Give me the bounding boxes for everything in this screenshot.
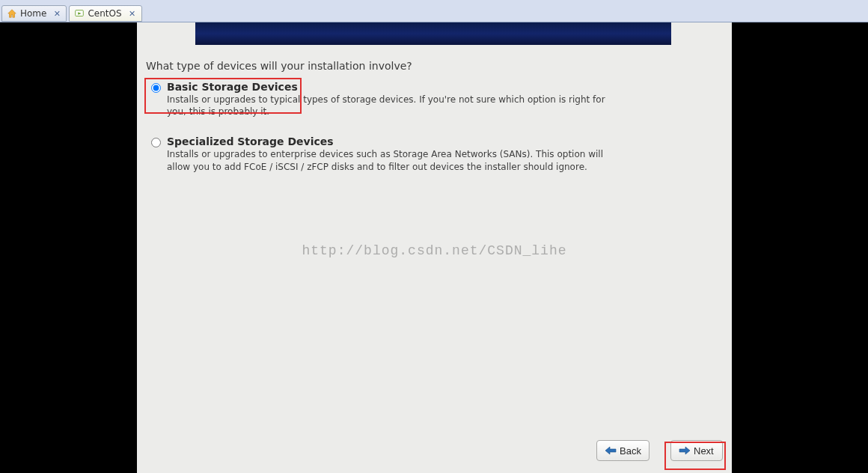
installer-main: What type of devices will your installat… <box>146 60 722 191</box>
option-specialized-title: Specialized Storage Devices <box>167 135 623 147</box>
tab-bar: Home ✕ CentOS ✕ <box>0 0 868 22</box>
option-specialized-desc: Installs or upgrades to enterprise devic… <box>167 148 623 172</box>
option-specialized-storage[interactable]: Specialized Storage Devices Installs or … <box>146 135 722 172</box>
installer-banner <box>195 22 671 45</box>
arrow-left-icon <box>605 446 617 455</box>
home-icon <box>7 8 17 19</box>
vm-icon <box>74 8 85 19</box>
tab-centos-label: CentOS <box>88 8 121 19</box>
installer-question: What type of devices will your installat… <box>146 60 722 72</box>
radio-specialized-storage[interactable] <box>151 138 161 147</box>
tab-centos[interactable]: CentOS ✕ <box>69 5 141 22</box>
installer-window: What type of devices will your installat… <box>137 22 732 473</box>
close-icon[interactable]: ✕ <box>128 9 137 18</box>
option-basic-storage[interactable]: Basic Storage Devices Installs or upgrad… <box>146 81 722 118</box>
tab-home[interactable]: Home ✕ <box>1 5 67 22</box>
tab-home-label: Home <box>20 8 46 19</box>
installer-footer: Back Next <box>137 434 732 467</box>
option-basic-desc: Installs or upgrades to typical types of… <box>167 94 623 118</box>
arrow-right-icon <box>679 446 691 455</box>
next-button-label: Next <box>694 445 714 457</box>
back-button[interactable]: Back <box>596 440 650 461</box>
option-body: Specialized Storage Devices Installs or … <box>167 135 623 172</box>
close-icon[interactable]: ✕ <box>52 9 61 18</box>
option-body: Basic Storage Devices Installs or upgrad… <box>167 81 623 118</box>
watermark-text: http://blog.csdn.net/CSDN_lihe <box>137 243 732 258</box>
next-button[interactable]: Next <box>670 440 723 461</box>
radio-basic-storage[interactable] <box>151 83 161 93</box>
option-basic-title: Basic Storage Devices <box>167 81 623 93</box>
back-button-label: Back <box>620 445 641 457</box>
